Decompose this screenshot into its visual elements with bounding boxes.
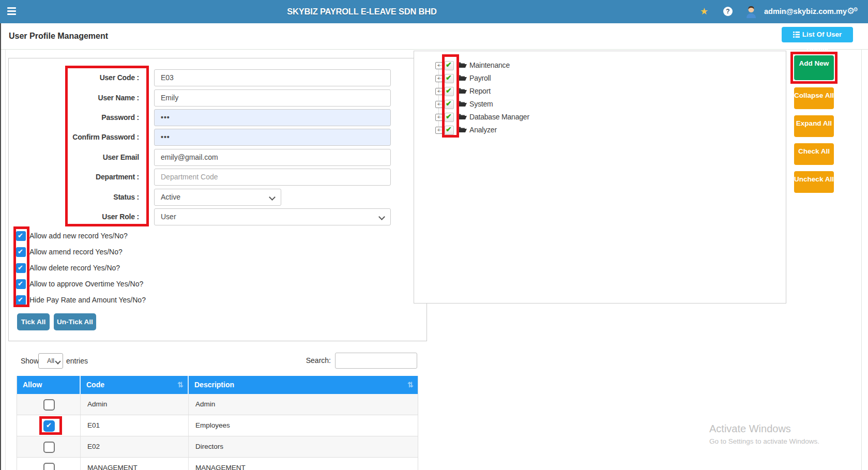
allow-add-new-checkbox[interactable] — [16, 231, 26, 241]
allow-checkbox-admin[interactable] — [43, 399, 55, 411]
allow-delete-checkbox[interactable] — [16, 263, 26, 273]
tree-node-label[interactable]: System — [469, 98, 493, 110]
sort-icon: ⇅ — [177, 376, 184, 394]
sort-icon: ⇅ — [407, 376, 414, 394]
expand-plus-icon[interactable]: + — [435, 75, 443, 82]
table-row: E01 Employees — [17, 415, 418, 436]
expand-plus-icon[interactable]: + — [435, 62, 443, 69]
column-header-description[interactable]: Description⇅ — [189, 376, 418, 394]
tree-node-report: + Report — [414, 85, 621, 97]
expand-plus-icon[interactable]: + — [435, 114, 443, 121]
content-frame-right-border — [861, 50, 862, 470]
permission-row: Allow add new record Yes/No? — [9, 231, 216, 241]
user-email-input[interactable]: emily@gmail.com — [154, 149, 391, 166]
list-of-user-profile-label: List Of User Profile — [802, 31, 842, 54]
tree-node-label[interactable]: Maintenance — [469, 59, 510, 71]
status-label: Status : — [9, 189, 139, 206]
department-label: Department : — [9, 169, 139, 186]
activate-windows-watermark: Activate Windows — [709, 423, 791, 435]
search-label: Search: — [290, 353, 331, 368]
tick-all-button[interactable]: Tick All — [17, 313, 50, 330]
permission-row: Hide Pay Rate and Amount Yes/No? — [9, 295, 216, 305]
hamburger-menu-icon[interactable] — [7, 7, 17, 16]
untick-all-button[interactable]: Un-Tick All — [54, 313, 96, 330]
user-name-input[interactable]: Emily — [154, 89, 391, 107]
allow-delete-label: Allow delete record Yes/No? — [29, 263, 120, 273]
tree-node-label[interactable]: Database Manager — [469, 111, 529, 123]
user-name-label: User Name : — [9, 89, 139, 107]
logged-in-user-email[interactable]: admin@skybiz.com.my — [764, 0, 847, 23]
table-row: E02 Directors — [17, 436, 418, 458]
status-select[interactable]: Active — [154, 189, 281, 206]
tree-checkbox[interactable] — [445, 100, 454, 109]
uncheck-all-button[interactable]: Uncheck All — [794, 171, 834, 193]
folder-icon — [458, 100, 467, 110]
tree-checkbox[interactable] — [445, 87, 454, 96]
hide-pay-rate-label: Hide Pay Rate and Amount Yes/No? — [29, 295, 146, 305]
folder-icon — [458, 113, 467, 123]
activate-windows-hint: Go to Settings to activate Windows. — [709, 437, 819, 445]
user-role-select[interactable]: User — [154, 208, 391, 225]
search-input[interactable] — [335, 353, 417, 369]
password-input[interactable]: ••• — [154, 109, 391, 126]
hide-pay-rate-checkbox[interactable] — [16, 295, 26, 305]
tree-node-payroll: + Payroll — [414, 72, 621, 84]
allow-checkbox-e01[interactable] — [43, 420, 55, 432]
tree-node-analyzer: + Analyzer — [414, 124, 621, 136]
column-header-code[interactable]: Code⇅ — [81, 376, 189, 394]
user-role-selected-value: User — [161, 213, 176, 221]
allow-checkbox-management[interactable] — [43, 463, 55, 470]
user-code-input[interactable]: E03 — [154, 69, 391, 86]
expand-plus-icon[interactable]: + — [435, 101, 443, 108]
allow-amend-label: Allow amend record Yes/No? — [29, 247, 123, 257]
list-of-user-profile-button[interactable]: List Of User Profile — [782, 27, 853, 42]
tree-node-label[interactable]: Payroll — [469, 72, 491, 84]
expand-all-button[interactable]: Expand All — [794, 115, 834, 137]
gear-small-icon: ⚙ — [853, 3, 858, 16]
department-input[interactable]: Department Code — [154, 169, 391, 186]
user-code-label: User Code : — [9, 69, 139, 86]
confirm-password-input[interactable]: ••• — [154, 129, 391, 146]
table-header-row: Allow Code⇅ Description⇅ — [17, 376, 418, 394]
expand-plus-icon[interactable]: + — [435, 88, 443, 95]
folder-icon — [458, 87, 467, 97]
user-profile-management-page: SKYBIZ PAYROLL E-LEAVE SDN BHD ★ ? admin… — [0, 0, 868, 470]
user-profile-form-card: User Code : E03 User Name : Emily Passwo… — [8, 58, 427, 341]
page-length-select[interactable]: All — [38, 353, 63, 369]
description-cell: Directors — [189, 436, 418, 457]
tree-checkbox[interactable] — [445, 126, 454, 135]
folder-icon — [458, 126, 467, 135]
table-row: Admin Admin — [17, 394, 418, 415]
allow-approve-overtime-checkbox[interactable] — [16, 279, 26, 289]
help-question-icon[interactable]: ? — [723, 7, 733, 16]
tree-node-maintenance: + Maintenance — [414, 59, 621, 71]
tree-checkbox[interactable] — [445, 74, 454, 83]
collapse-all-button[interactable]: Collapse All — [794, 87, 834, 109]
entries-label: entries — [66, 354, 88, 368]
expand-plus-icon[interactable]: + — [435, 127, 443, 134]
tree-checkbox[interactable] — [445, 61, 454, 70]
column-header-allow[interactable]: Allow — [17, 376, 81, 394]
allow-approve-overtime-label: Allow to approve Overtime Yes/No? — [29, 279, 143, 289]
top-navbar: SKYBIZ PAYROLL E-LEAVE SDN BHD ★ ? admin… — [0, 0, 868, 23]
status-selected-value: Active — [161, 193, 180, 201]
check-all-button[interactable]: Check All — [794, 143, 834, 165]
allow-amend-checkbox[interactable] — [16, 247, 26, 257]
page-header-bar — [0, 23, 868, 50]
settings-cogs-icon[interactable]: ⚙ ⚙ — [847, 5, 855, 18]
code-cell: E01 — [81, 415, 189, 436]
allow-checkbox-e02[interactable] — [43, 442, 55, 453]
permission-row: Allow amend record Yes/No? — [9, 247, 216, 257]
user-profile-table: Allow Code⇅ Description⇅ Admin Admin E01… — [17, 376, 418, 470]
permission-row: Allow delete record Yes/No? — [9, 263, 216, 273]
tree-node-label[interactable]: Analyzer — [469, 124, 497, 136]
chevron-down-icon — [378, 214, 385, 220]
star-favorite-icon[interactable]: ★ — [700, 6, 708, 17]
code-cell: Admin — [81, 394, 189, 415]
tree-checkbox[interactable] — [445, 113, 454, 122]
user-avatar[interactable] — [745, 5, 757, 19]
content-frame-left-border — [5, 50, 6, 470]
confirm-password-label: Confirm Password : — [9, 129, 139, 146]
add-new-button[interactable]: Add New — [794, 55, 834, 80]
tree-node-label[interactable]: Report — [469, 85, 491, 97]
